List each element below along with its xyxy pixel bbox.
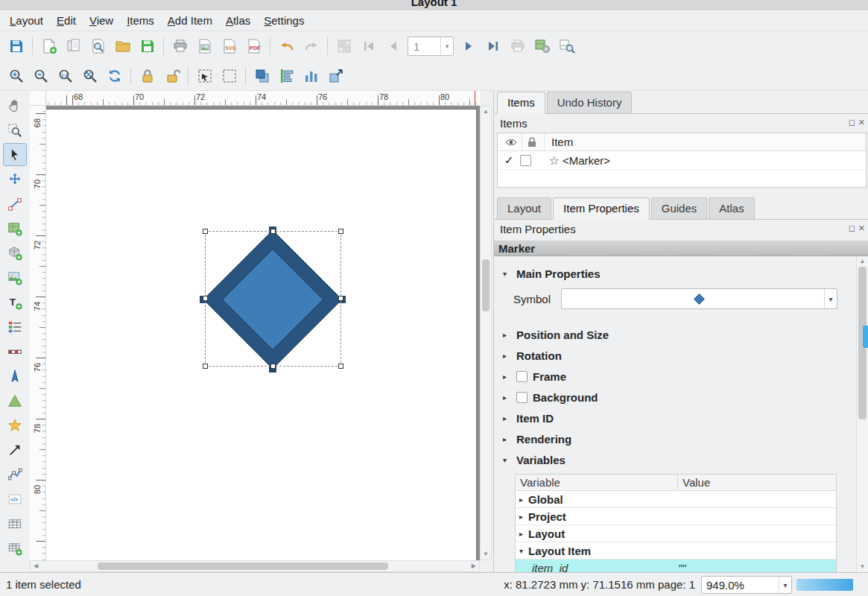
resize-items-button[interactable]: [323, 63, 348, 88]
edit-nodes-tool[interactable]: [4, 193, 26, 215]
move-content-tool[interactable]: [4, 168, 26, 190]
distribute-items-button[interactable]: [299, 63, 323, 88]
export-atlas-button[interactable]: [554, 34, 579, 59]
add-node-item-button[interactable]: [4, 463, 26, 485]
menu-layout[interactable]: Layout: [3, 12, 50, 29]
section-item-id[interactable]: ▸ Item ID: [503, 410, 841, 426]
add-html-button[interactable]: </>: [4, 488, 26, 510]
section-position-and-size[interactable]: ▸ Position and Size: [503, 326, 841, 343]
print-button[interactable]: [168, 34, 192, 59]
zoom-tool[interactable]: [4, 119, 26, 141]
scroll-down-icon[interactable]: ▼: [483, 551, 489, 557]
menu-view[interactable]: View: [83, 12, 120, 29]
menu-items[interactable]: Items: [120, 12, 161, 29]
load-template-button[interactable]: [110, 34, 135, 59]
unlock-items-button[interactable]: [159, 63, 184, 88]
add-legend-button[interactable]: [4, 316, 26, 337]
zoom-dropdown-icon[interactable]: ▾: [779, 577, 791, 593]
selection-handle[interactable]: [270, 364, 276, 369]
select-all-items-button[interactable]: [192, 63, 217, 88]
first-feature-button[interactable]: [356, 34, 381, 59]
selection-handle[interactable]: [270, 229, 276, 234]
next-feature-button[interactable]: [456, 34, 481, 59]
tab-undo-history[interactable]: Undo History: [547, 92, 633, 113]
background-checkbox[interactable]: [516, 392, 528, 403]
selection-handle[interactable]: [338, 229, 343, 234]
vertical-scroll-thumb[interactable]: [482, 259, 490, 311]
save-project-button[interactable]: [4, 34, 28, 59]
menu-settings[interactable]: Settings: [257, 12, 311, 29]
export-svg-button[interactable]: SVG: [217, 34, 241, 59]
section-rendering[interactable]: ▸ Rendering: [503, 431, 841, 447]
variables-group-project[interactable]: ▸ Project: [516, 508, 836, 525]
add-picture-button[interactable]: [4, 267, 26, 288]
export-pdf-button[interactable]: PDF: [241, 34, 266, 59]
variables-group-global[interactable]: ▸ Global: [516, 491, 836, 508]
properties-scrollbar[interactable]: ▲ ▼: [856, 256, 868, 572]
add-arrow-button[interactable]: [4, 439, 26, 460]
last-feature-button[interactable]: [481, 34, 505, 59]
new-layout-button[interactable]: [37, 34, 61, 59]
float-panel-icon[interactable]: ◻: [849, 224, 855, 233]
menu-atlas[interactable]: Atlas: [219, 12, 257, 29]
raise-items-button[interactable]: [250, 63, 274, 88]
previous-feature-button[interactable]: [381, 34, 405, 59]
horizontal-scroll-thumb[interactable]: [98, 562, 388, 570]
section-background[interactable]: ▸ Background: [503, 389, 841, 405]
menu-add-item[interactable]: Add Item: [161, 12, 219, 29]
zoom-level-combobox[interactable]: 949.0% ▾: [701, 576, 792, 594]
scroll-up-icon[interactable]: ▲: [860, 259, 866, 264]
layout-manager-button[interactable]: [86, 34, 110, 59]
section-variables[interactable]: ▾ Variables: [503, 451, 841, 468]
section-rotation[interactable]: ▸ Rotation: [503, 347, 841, 364]
selection-handle[interactable]: [203, 364, 208, 369]
selection-handle[interactable]: [203, 296, 208, 301]
scroll-up-icon[interactable]: ▲: [483, 109, 489, 115]
variables-group-layout-item[interactable]: ▾ Layout Item: [516, 542, 836, 559]
add-shape-button[interactable]: [4, 390, 26, 411]
symbol-selector[interactable]: ▾: [561, 288, 837, 309]
spinbox-dropdown-icon[interactable]: ▾: [440, 37, 453, 55]
layout-canvas[interactable]: [46, 106, 480, 560]
zoom-out-button[interactable]: [28, 63, 53, 88]
zoom-in-button[interactable]: [4, 63, 28, 88]
add-attribute-table-button[interactable]: [4, 513, 26, 534]
deselect-all-items-button[interactable]: [217, 63, 241, 88]
preview-atlas-button[interactable]: [332, 34, 356, 59]
redo-button[interactable]: [299, 34, 323, 59]
add-north-arrow-button[interactable]: [4, 365, 26, 387]
add-3d-map-button[interactable]: [4, 242, 26, 264]
hidden-dock-handle[interactable]: [863, 326, 868, 348]
scroll-down-icon[interactable]: ▼: [860, 564, 866, 570]
export-image-button[interactable]: [192, 34, 217, 59]
tab-atlas[interactable]: Atlas: [709, 197, 754, 219]
selection-handle[interactable]: [338, 296, 343, 301]
selection-handle[interactable]: [338, 364, 343, 369]
frame-checkbox[interactable]: [516, 371, 528, 382]
marker-list-row[interactable]: ✓ ☆ <Marker>: [498, 151, 866, 170]
align-items-button[interactable]: [274, 63, 299, 88]
canvas-horizontal-scrollbar[interactable]: ◀ ▶: [30, 560, 480, 572]
tab-layout[interactable]: Layout: [497, 197, 551, 219]
add-scalebar-button[interactable]: [4, 340, 26, 362]
zoom-actual-button[interactable]: 1:1: [53, 63, 77, 88]
tab-item-properties[interactable]: Item Properties: [553, 197, 650, 220]
add-label-button[interactable]: T: [4, 291, 26, 313]
lock-checkbox[interactable]: [520, 155, 531, 166]
variable-row-item-id[interactable]: item_id "": [516, 559, 836, 572]
scroll-right-icon[interactable]: ▶: [472, 563, 476, 569]
undo-button[interactable]: [274, 34, 299, 59]
menu-edit[interactable]: Edit: [50, 12, 83, 29]
close-panel-icon[interactable]: ✕: [858, 118, 865, 127]
pan-tool[interactable]: [4, 95, 26, 116]
add-marker-button[interactable]: [4, 414, 26, 436]
variables-group-layout[interactable]: ▸ Layout: [516, 525, 836, 542]
add-map-button[interactable]: [4, 218, 26, 239]
section-frame[interactable]: ▸ Frame: [503, 368, 841, 384]
refresh-button[interactable]: [102, 63, 127, 88]
atlas-settings-button[interactable]: [530, 34, 554, 59]
save-template-button[interactable]: [135, 34, 159, 59]
atlas-page-spinbox[interactable]: 1 ▾: [408, 37, 454, 56]
zoom-full-button[interactable]: [77, 63, 102, 88]
duplicate-layout-button[interactable]: [61, 34, 86, 59]
